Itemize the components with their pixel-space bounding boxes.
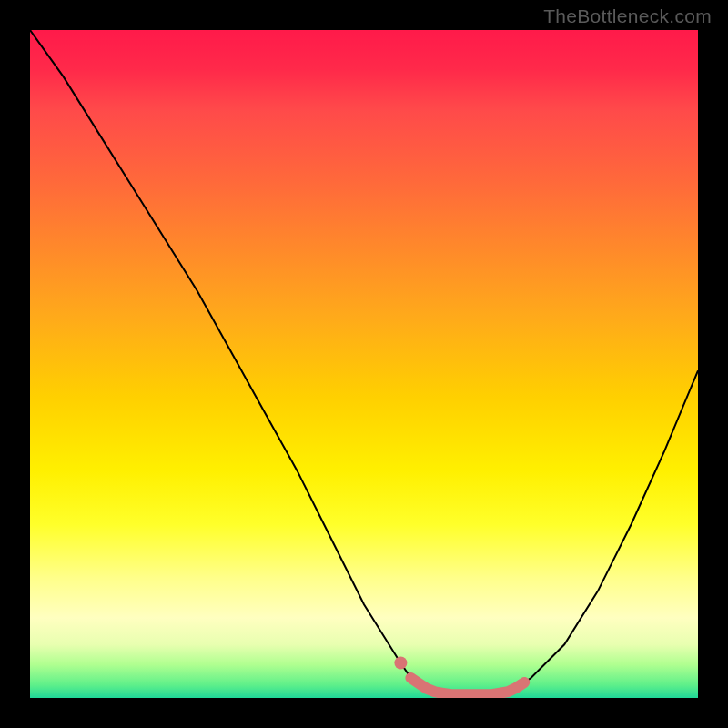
plot-area (30, 30, 698, 698)
watermark-text: TheBottleneck.com (543, 5, 712, 27)
highlight-segment (410, 678, 524, 694)
chart-overlay (30, 30, 698, 698)
chart-container: TheBottleneck.com (0, 0, 728, 728)
highlight-dot-left (394, 657, 407, 670)
main-curve (30, 30, 698, 694)
